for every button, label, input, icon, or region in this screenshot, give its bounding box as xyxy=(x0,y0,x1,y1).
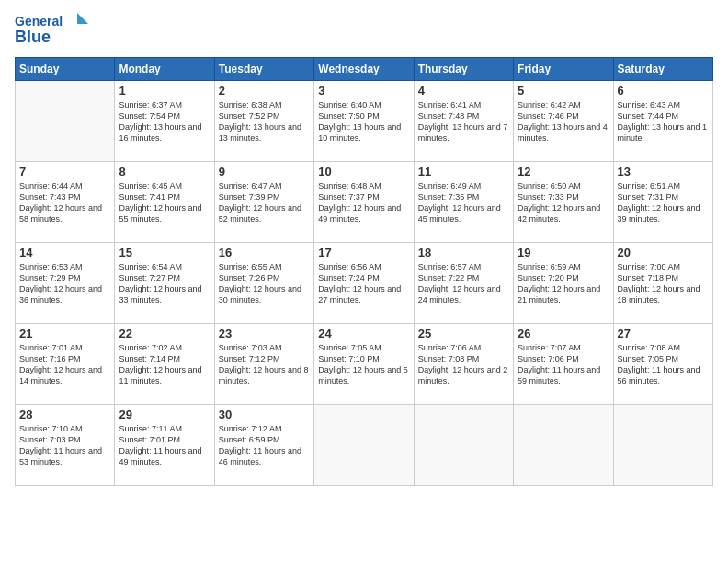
calendar-cell xyxy=(613,405,712,486)
header: General Blue xyxy=(15,11,713,48)
calendar-cell: 14Sunrise: 6:53 AM Sunset: 7:29 PM Dayli… xyxy=(16,243,115,324)
weekday-header-monday: Monday xyxy=(115,58,214,81)
cell-info: Sunrise: 7:07 AM Sunset: 7:06 PM Dayligh… xyxy=(518,342,609,387)
day-number: 8 xyxy=(119,165,210,178)
day-number: 7 xyxy=(19,165,110,178)
calendar-cell: 28Sunrise: 7:10 AM Sunset: 7:03 PM Dayli… xyxy=(16,405,115,486)
calendar-cell: 21Sunrise: 7:01 AM Sunset: 7:16 PM Dayli… xyxy=(16,324,115,405)
day-number: 1 xyxy=(119,84,210,98)
day-number: 21 xyxy=(19,327,110,340)
page-container: General Blue SundayMondayTuesdayWednesda… xyxy=(0,0,728,493)
cell-info: Sunrise: 7:01 AM Sunset: 7:16 PM Dayligh… xyxy=(19,342,110,387)
cell-info: Sunrise: 6:53 AM Sunset: 7:29 PM Dayligh… xyxy=(19,261,110,306)
day-number: 10 xyxy=(318,165,409,178)
calendar-cell: 19Sunrise: 6:59 AM Sunset: 7:20 PM Dayli… xyxy=(514,243,613,324)
day-number: 19 xyxy=(518,246,609,259)
weekday-header-wednesday: Wednesday xyxy=(314,58,414,81)
day-number: 9 xyxy=(219,165,310,178)
calendar-cell xyxy=(16,81,115,162)
cell-info: Sunrise: 7:08 AM Sunset: 7:05 PM Dayligh… xyxy=(618,342,709,387)
calendar-cell: 23Sunrise: 7:03 AM Sunset: 7:12 PM Dayli… xyxy=(214,324,313,405)
calendar-cell: 3Sunrise: 6:40 AM Sunset: 7:50 PM Daylig… xyxy=(314,81,414,162)
logo: General Blue xyxy=(15,11,88,48)
cell-info: Sunrise: 6:51 AM Sunset: 7:31 PM Dayligh… xyxy=(618,180,709,225)
day-number: 25 xyxy=(418,327,509,340)
calendar-cell: 9Sunrise: 6:47 AM Sunset: 7:39 PM Daylig… xyxy=(214,162,313,243)
weekday-header-saturday: Saturday xyxy=(613,58,712,81)
calendar-cell: 2Sunrise: 6:38 AM Sunset: 7:52 PM Daylig… xyxy=(214,81,313,162)
calendar-cell: 10Sunrise: 6:48 AM Sunset: 7:37 PM Dayli… xyxy=(314,162,414,243)
calendar-cell: 17Sunrise: 6:56 AM Sunset: 7:24 PM Dayli… xyxy=(314,243,414,324)
calendar-cell xyxy=(514,405,613,486)
cell-info: Sunrise: 6:40 AM Sunset: 7:50 PM Dayligh… xyxy=(318,99,409,144)
cell-info: Sunrise: 6:43 AM Sunset: 7:44 PM Dayligh… xyxy=(618,99,709,144)
calendar-cell: 13Sunrise: 6:51 AM Sunset: 7:31 PM Dayli… xyxy=(613,162,712,243)
cell-info: Sunrise: 6:54 AM Sunset: 7:27 PM Dayligh… xyxy=(119,261,210,306)
cell-info: Sunrise: 7:00 AM Sunset: 7:18 PM Dayligh… xyxy=(618,261,709,306)
day-number: 24 xyxy=(318,327,409,340)
svg-text:General: General xyxy=(15,14,63,29)
cell-info: Sunrise: 7:06 AM Sunset: 7:08 PM Dayligh… xyxy=(418,342,509,387)
weekday-header-row: SundayMondayTuesdayWednesdayThursdayFrid… xyxy=(16,58,713,81)
cell-info: Sunrise: 6:42 AM Sunset: 7:46 PM Dayligh… xyxy=(518,99,609,144)
cell-info: Sunrise: 7:12 AM Sunset: 6:59 PM Dayligh… xyxy=(219,423,310,468)
cell-info: Sunrise: 6:41 AM Sunset: 7:48 PM Dayligh… xyxy=(418,99,509,144)
day-number: 22 xyxy=(119,327,210,340)
day-number: 14 xyxy=(19,246,110,259)
day-number: 12 xyxy=(518,165,609,178)
day-number: 29 xyxy=(119,408,210,421)
cell-info: Sunrise: 6:48 AM Sunset: 7:37 PM Dayligh… xyxy=(318,180,409,225)
day-number: 11 xyxy=(418,165,509,178)
cell-info: Sunrise: 7:05 AM Sunset: 7:10 PM Dayligh… xyxy=(318,342,409,387)
calendar-cell: 8Sunrise: 6:45 AM Sunset: 7:41 PM Daylig… xyxy=(115,162,214,243)
cell-info: Sunrise: 7:10 AM Sunset: 7:03 PM Dayligh… xyxy=(19,423,110,468)
calendar-cell: 4Sunrise: 6:41 AM Sunset: 7:48 PM Daylig… xyxy=(414,81,513,162)
cell-info: Sunrise: 6:45 AM Sunset: 7:41 PM Dayligh… xyxy=(119,180,210,225)
calendar-cell: 30Sunrise: 7:12 AM Sunset: 6:59 PM Dayli… xyxy=(214,405,313,486)
weekday-header-sunday: Sunday xyxy=(16,58,115,81)
cell-info: Sunrise: 6:56 AM Sunset: 7:24 PM Dayligh… xyxy=(318,261,409,306)
week-row-3: 14Sunrise: 6:53 AM Sunset: 7:29 PM Dayli… xyxy=(16,243,713,324)
weekday-header-friday: Friday xyxy=(514,58,613,81)
calendar-table: SundayMondayTuesdayWednesdayThursdayFrid… xyxy=(15,57,713,486)
calendar-cell: 25Sunrise: 7:06 AM Sunset: 7:08 PM Dayli… xyxy=(414,324,513,405)
week-row-2: 7Sunrise: 6:44 AM Sunset: 7:43 PM Daylig… xyxy=(16,162,713,243)
calendar-cell xyxy=(414,405,513,486)
calendar-cell: 12Sunrise: 6:50 AM Sunset: 7:33 PM Dayli… xyxy=(514,162,613,243)
day-number: 26 xyxy=(518,327,609,340)
weekday-header-tuesday: Tuesday xyxy=(214,58,313,81)
day-number: 6 xyxy=(618,84,709,98)
cell-info: Sunrise: 6:59 AM Sunset: 7:20 PM Dayligh… xyxy=(518,261,609,306)
day-number: 20 xyxy=(618,246,709,259)
cell-info: Sunrise: 6:57 AM Sunset: 7:22 PM Dayligh… xyxy=(418,261,509,306)
day-number: 16 xyxy=(219,246,310,259)
calendar-cell: 26Sunrise: 7:07 AM Sunset: 7:06 PM Dayli… xyxy=(514,324,613,405)
week-row-5: 28Sunrise: 7:10 AM Sunset: 7:03 PM Dayli… xyxy=(16,405,713,486)
calendar-cell: 18Sunrise: 6:57 AM Sunset: 7:22 PM Dayli… xyxy=(414,243,513,324)
day-number: 15 xyxy=(119,246,210,259)
day-number: 28 xyxy=(19,408,110,421)
day-number: 18 xyxy=(418,246,509,259)
calendar-cell: 20Sunrise: 7:00 AM Sunset: 7:18 PM Dayli… xyxy=(613,243,712,324)
cell-info: Sunrise: 6:47 AM Sunset: 7:39 PM Dayligh… xyxy=(219,180,310,225)
cell-info: Sunrise: 6:50 AM Sunset: 7:33 PM Dayligh… xyxy=(518,180,609,225)
cell-info: Sunrise: 6:49 AM Sunset: 7:35 PM Dayligh… xyxy=(418,180,509,225)
calendar-cell: 16Sunrise: 6:55 AM Sunset: 7:26 PM Dayli… xyxy=(214,243,313,324)
calendar-cell: 11Sunrise: 6:49 AM Sunset: 7:35 PM Dayli… xyxy=(414,162,513,243)
calendar-cell: 24Sunrise: 7:05 AM Sunset: 7:10 PM Dayli… xyxy=(314,324,414,405)
day-number: 27 xyxy=(618,327,709,340)
cell-info: Sunrise: 6:44 AM Sunset: 7:43 PM Dayligh… xyxy=(19,180,110,225)
week-row-4: 21Sunrise: 7:01 AM Sunset: 7:16 PM Dayli… xyxy=(16,324,713,405)
calendar-cell: 15Sunrise: 6:54 AM Sunset: 7:27 PM Dayli… xyxy=(115,243,214,324)
cell-info: Sunrise: 7:02 AM Sunset: 7:14 PM Dayligh… xyxy=(119,342,210,387)
cell-info: Sunrise: 6:37 AM Sunset: 7:54 PM Dayligh… xyxy=(119,99,210,144)
calendar-cell: 7Sunrise: 6:44 AM Sunset: 7:43 PM Daylig… xyxy=(16,162,115,243)
cell-info: Sunrise: 6:55 AM Sunset: 7:26 PM Dayligh… xyxy=(219,261,310,306)
cell-info: Sunrise: 7:03 AM Sunset: 7:12 PM Dayligh… xyxy=(219,342,310,387)
day-number: 13 xyxy=(618,165,709,178)
calendar-cell: 22Sunrise: 7:02 AM Sunset: 7:14 PM Dayli… xyxy=(115,324,214,405)
calendar-cell: 1Sunrise: 6:37 AM Sunset: 7:54 PM Daylig… xyxy=(115,81,214,162)
calendar-cell xyxy=(314,405,414,486)
cell-info: Sunrise: 6:38 AM Sunset: 7:52 PM Dayligh… xyxy=(219,99,310,144)
cell-info: Sunrise: 7:11 AM Sunset: 7:01 PM Dayligh… xyxy=(119,423,210,468)
